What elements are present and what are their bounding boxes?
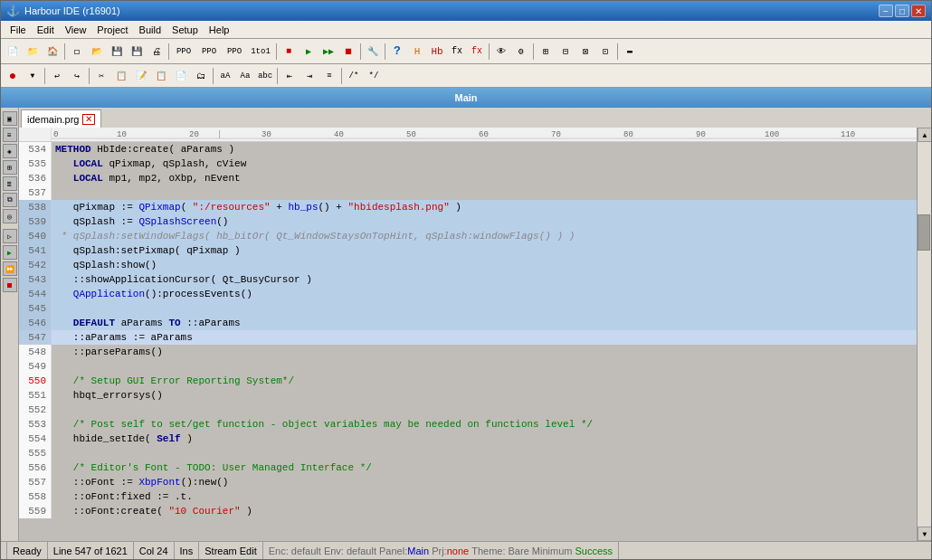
toolbar-clip2-btn[interactable]: 📋 [111, 66, 131, 86]
sidebar-icon-5[interactable]: ≣ [3, 176, 17, 191]
toolbar-tools-btn[interactable]: 🔧 [363, 42, 383, 62]
toolbar-redo-btn[interactable]: ↪ [67, 66, 87, 86]
code-line-540: 540 * qSplash:setWindowFlags( hb_bitOr( … [19, 229, 917, 243]
code-area[interactable]: 534 METHOD HbIde:create( aParams ) 535 L… [19, 142, 917, 541]
toolbar-save-btn[interactable]: 💾 [107, 42, 127, 62]
close-button[interactable]: ✕ [911, 5, 926, 17]
toolbar-search2-btn[interactable]: Aa [235, 66, 255, 86]
menu-project[interactable]: Project [91, 24, 133, 36]
toolbar-new2-btn[interactable]: ◻ [67, 42, 87, 62]
toolbar-settings-btn[interactable]: ⚙ [511, 42, 531, 62]
toolbar-grid3-btn[interactable]: ⊠ [575, 42, 595, 62]
sidebar-icon-1[interactable]: ▣ [3, 111, 17, 126]
code-line-550: 550 /* Setup GUI Error Reporting System*… [19, 374, 917, 388]
sidebar-icon-9[interactable]: ▶ [3, 245, 17, 260]
toolbar-1to1-btn[interactable]: 1to1 [247, 42, 274, 62]
toolbar-ppo-btn[interactable]: PPO [171, 42, 196, 62]
code-line-556: 556 /* Editor's Font - TODO: User Manage… [19, 460, 917, 475]
toolbar-stop-btn[interactable]: ⏹ [338, 42, 358, 62]
toolbar-clip3-btn[interactable]: 📝 [131, 66, 151, 86]
toolbar-run-btn[interactable]: ▶ [299, 42, 319, 62]
toolbar-eye-btn[interactable]: 👁 [491, 42, 511, 62]
sidebar-icon-11[interactable]: ⏹ [3, 278, 17, 292]
main-tab-label[interactable]: Main [454, 92, 477, 103]
code-line-546: 546 DEFAULT aParams TO ::aParams [19, 316, 917, 330]
toolbar-ppo2-btn[interactable]: PPO [196, 42, 222, 62]
sidebar-icon-10[interactable]: ⏩ [3, 261, 17, 276]
toolbar-search3-btn[interactable]: abc [255, 66, 275, 86]
line-num-559: 559 [19, 504, 52, 518]
toolbar-print-btn[interactable]: 🖨 [147, 42, 166, 62]
scroll-down-button[interactable]: ▼ [918, 527, 931, 541]
sidebar-icon-3[interactable]: ◈ [3, 144, 17, 158]
code-line-554: 554 hbide_setIde( Self ) [19, 432, 917, 446]
toolbar-grid4-btn[interactable]: ⊡ [595, 42, 615, 62]
sidebar-icon-6[interactable]: ⧉ [3, 193, 17, 207]
menu-build[interactable]: Build [134, 24, 166, 36]
scroll-up-button[interactable]: ▲ [918, 128, 931, 142]
toolbar-comment2-btn[interactable]: */ [364, 66, 384, 86]
code-line-548: 548 ::parseParams() [19, 345, 917, 359]
toolbar-h2-btn[interactable]: Hb [427, 42, 447, 62]
tab-label-idemain: idemain.prg [27, 114, 79, 125]
toolbar-indent3-btn[interactable]: ≡ [319, 66, 339, 86]
line-num-552: 552 [19, 403, 52, 417]
toolbar-comment1-btn[interactable]: /* [344, 66, 364, 86]
menu-view[interactable]: View [60, 24, 92, 36]
menu-bar: File Edit View Project Build Setup Help [1, 21, 931, 39]
sidebar-icon-2[interactable]: ≡ [3, 128, 17, 142]
toolbar-dropdown-btn[interactable]: ▼ [23, 66, 43, 86]
svg-text:80: 80 [623, 130, 633, 139]
vertical-scrollbar[interactable]: ▲ ▼ [917, 128, 931, 541]
sidebar-icon-7[interactable]: ◎ [3, 209, 17, 223]
toolbar-fx2-btn[interactable]: fx [467, 42, 487, 62]
line-code-544: QApplication():processEvents() [52, 287, 252, 301]
toolbar-grid2-btn[interactable]: ⊟ [556, 42, 575, 62]
toolbar-undo-btn[interactable]: ↩ [47, 66, 67, 86]
toolbar-last-btn[interactable]: ▬ [620, 42, 640, 62]
toolbar-run2-btn[interactable]: ▶▶ [319, 42, 338, 62]
toolbar-indent1-btn[interactable]: ⇤ [280, 66, 300, 86]
toolbar-indent2-btn[interactable]: ⇥ [300, 66, 319, 86]
svg-text:90: 90 [696, 130, 706, 139]
maximize-button[interactable]: □ [895, 5, 909, 17]
toolbar-clip1-btn[interactable]: ✂ [91, 66, 111, 86]
tab-close-idemain[interactable]: ✕ [82, 114, 95, 125]
line-num-555: 555 [19, 446, 52, 460]
line-code-557: ::oFont := XbpFont():new() [52, 475, 228, 489]
minimize-button[interactable]: − [879, 5, 893, 17]
toolbar-clip6-btn[interactable]: 🗂 [191, 66, 211, 86]
toolbar-sep-2 [168, 43, 169, 60]
sidebar-icon-8[interactable]: ▷ [3, 229, 17, 243]
toolbar-red-btn[interactable]: ■ [279, 42, 299, 62]
scroll-thumb[interactable] [918, 214, 930, 251]
editor-body: 0 10 20 | 30 40 50 60 70 80 90 [19, 128, 931, 541]
toolbar-open2-btn[interactable]: 📂 [87, 42, 107, 62]
toolbar-q1-btn[interactable]: ? [387, 42, 407, 62]
line-code-549 [52, 359, 55, 374]
toolbar-new-btn[interactable]: 📄 [3, 42, 23, 62]
sidebar-icon-4[interactable]: ⊞ [3, 160, 17, 175]
line-num-539: 539 [19, 214, 52, 229]
toolbar-sep-7 [533, 43, 534, 60]
code-line-555: 555 [19, 446, 917, 460]
toolbar-sep-11 [213, 68, 214, 84]
toolbar-search1-btn[interactable]: aA [215, 66, 235, 86]
menu-help[interactable]: Help [204, 24, 235, 36]
toolbar-h1-btn[interactable]: H [407, 42, 427, 62]
menu-file[interactable]: File [5, 24, 32, 36]
toolbar-saveall-btn[interactable]: 💾 [127, 42, 147, 62]
toolbar-home-btn[interactable]: 🏠 [43, 42, 62, 62]
toolbar-open-btn[interactable]: 📁 [23, 42, 43, 62]
toolbar-clip4-btn[interactable]: 📋 [151, 66, 171, 86]
toolbar-ppo3-btn[interactable]: PPO [222, 42, 247, 62]
toolbar-circle-btn[interactable]: ● [3, 66, 23, 86]
ruler-line-num-spacer [19, 128, 52, 141]
toolbar-clip5-btn[interactable]: 📄 [171, 66, 191, 86]
toolbar-fx-btn[interactable]: fx [447, 42, 467, 62]
line-num-542: 542 [19, 258, 52, 272]
document-tab-idemain[interactable]: idemain.prg ✕ [21, 109, 101, 128]
menu-setup[interactable]: Setup [166, 24, 204, 36]
menu-edit[interactable]: Edit [32, 24, 60, 36]
toolbar-grid1-btn[interactable]: ⊞ [536, 42, 556, 62]
